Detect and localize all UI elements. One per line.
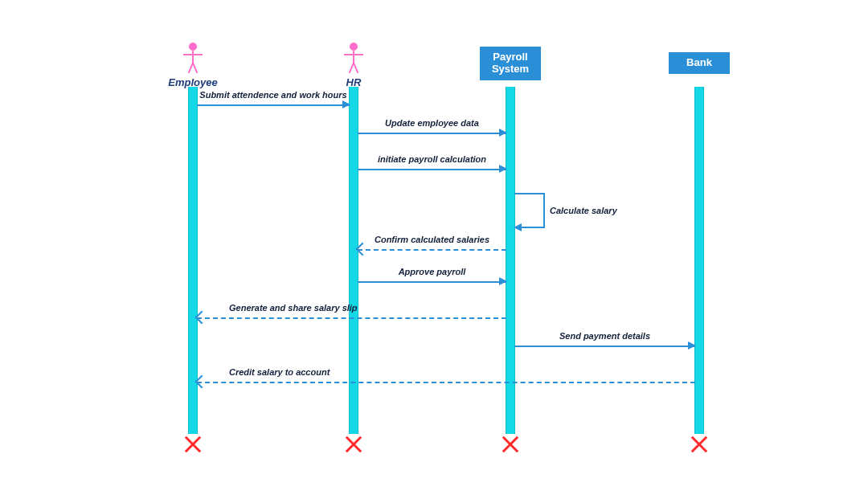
msg-label: Generate and share salary slip <box>229 303 358 313</box>
msg-label: initiate payroll calculation <box>378 154 486 164</box>
msg-label: Submit attendence and work hours <box>199 90 346 100</box>
participant-label-payroll: PayrollSystem <box>492 51 529 75</box>
terminator-employee <box>183 435 203 454</box>
lifeline-bank <box>694 87 704 434</box>
terminator-hr <box>344 435 363 454</box>
msg-calculate-salary: Calculate salary <box>514 193 545 228</box>
participant-box-bank: Bank <box>669 52 730 74</box>
msg-label: Send payment details <box>559 331 650 341</box>
participant-label-bank: Bank <box>686 56 712 68</box>
actor-figure-employee <box>181 43 205 76</box>
msg-label: Approve payroll <box>399 267 466 276</box>
terminator-payroll <box>501 435 520 454</box>
msg-label: Credit salary to account <box>229 367 330 377</box>
msg-label: Calculate salary <box>550 206 617 215</box>
participant-box-payroll: PayrollSystem <box>480 47 541 80</box>
actor-figure-hr <box>342 43 366 76</box>
sequence-diagram: Employee HR PayrollSystem Bank Submit at… <box>0 0 868 499</box>
msg-label: Update employee data <box>385 118 479 128</box>
msg-label: Confirm calculated salaries <box>375 235 489 244</box>
terminator-bank <box>690 435 709 454</box>
